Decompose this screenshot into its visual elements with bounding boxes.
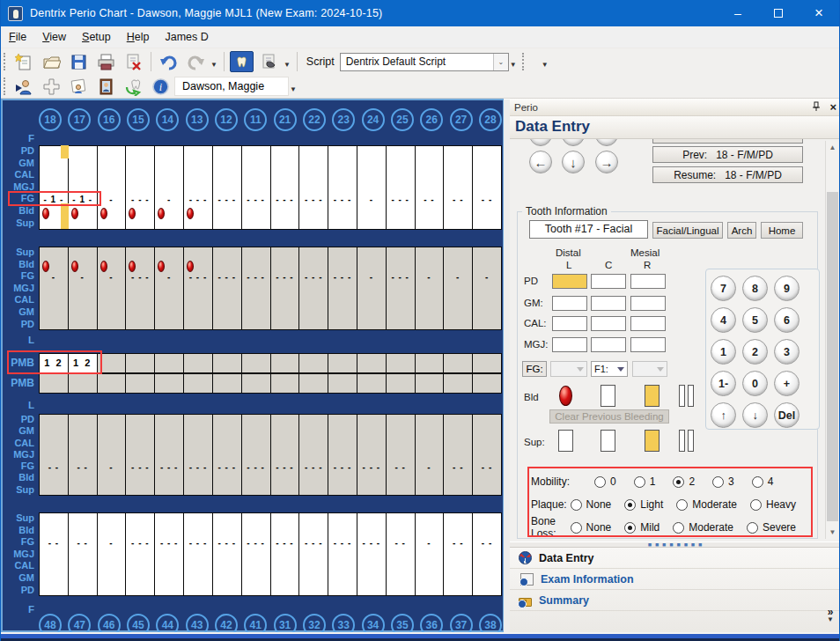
pmb-cell[interactable] (183, 373, 212, 394)
tooth-cell[interactable]: - - - (298, 247, 328, 330)
redo-button[interactable] (184, 51, 208, 72)
pmb-cell[interactable] (472, 373, 502, 394)
pmb-cell[interactable] (386, 373, 415, 394)
sup-mesial-slot[interactable] (645, 430, 659, 452)
pmb-cell[interactable] (212, 373, 241, 394)
tooth-cell[interactable]: - - (386, 414, 415, 496)
tooth-cell[interactable]: - - - (154, 414, 183, 496)
numpad-key[interactable]: ↑ (711, 402, 736, 428)
pmb-cell[interactable] (39, 373, 68, 394)
tooth-cell[interactable]: - - (39, 414, 68, 496)
radio-option[interactable]: Moderate (673, 521, 733, 534)
pmb-cell[interactable] (298, 353, 328, 373)
numpad-key[interactable]: 0 (742, 371, 768, 396)
tooth-number[interactable]: 23 (332, 108, 355, 131)
pmb-cell[interactable] (154, 373, 183, 394)
tooth-cell[interactable]: - - - (212, 512, 241, 596)
tooth-cell[interactable]: - (415, 247, 444, 330)
numpad-key[interactable]: 9 (774, 276, 799, 301)
prev-button[interactable]: Prev: 18 - F/M/PD (652, 146, 803, 163)
tooth-cell[interactable]: - - - (212, 145, 241, 230)
tooth-cell[interactable]: - - (443, 512, 472, 596)
tooth-cell[interactable]: - - - (183, 512, 212, 596)
tooth-cell[interactable]: - - - (270, 145, 299, 230)
tooth-cell[interactable]: - - (68, 414, 97, 496)
tooth-cell[interactable]: - - (415, 145, 444, 230)
numpad-key[interactable]: 4 (711, 307, 736, 333)
tooth-cell[interactable]: - - - (125, 512, 154, 596)
tooth-cell[interactable]: - - - (241, 512, 270, 596)
radio-icon[interactable] (676, 499, 688, 511)
tooth-cell[interactable]: - - - (125, 414, 154, 496)
process-exam-button[interactable] (122, 76, 145, 97)
pd-distal-input[interactable] (552, 274, 587, 289)
tooth-cell[interactable]: - (97, 414, 126, 496)
save-button[interactable] (67, 51, 91, 72)
pmb-cell[interactable] (298, 373, 328, 394)
pd-center-input[interactable] (591, 274, 626, 289)
tooth-number[interactable]: 26 (420, 108, 443, 131)
grid-lower-facial[interactable]: - -- --- - -- - -- - -- - -- - -- - -- -… (39, 512, 502, 596)
radio-option[interactable]: None (571, 498, 612, 511)
cal-distal-input[interactable] (552, 316, 587, 331)
tooth-cell[interactable]: - (357, 145, 386, 230)
horizontal-splitter[interactable]: ■ ■ ■ ■ ■ ■ ■ ■ (510, 542, 840, 548)
cal-mesial-input[interactable] (630, 316, 666, 331)
clipped-nav-button[interactable] (529, 139, 552, 146)
tooth-cell[interactable]: - - - (328, 512, 357, 596)
tooth-number[interactable]: 22 (303, 108, 326, 131)
tooth-cell[interactable]: - - - (154, 512, 183, 596)
mgj-center-input[interactable] (591, 337, 626, 352)
nav-down-button[interactable]: ↓ (562, 151, 585, 173)
clipped-nav-button[interactable] (595, 139, 618, 146)
numpad-key[interactable]: 1 (711, 339, 736, 365)
maximize-button[interactable] (758, 0, 799, 26)
tooth-cell[interactable]: - (39, 247, 68, 330)
tooth-cell[interactable]: - - (472, 512, 502, 596)
pmb-cell[interactable] (472, 353, 502, 373)
tooth-cell[interactable]: - - - (386, 247, 415, 330)
task-exam-information[interactable]: Exam Information (510, 569, 840, 590)
tooth-number[interactable]: 24 (362, 108, 385, 131)
gm-mesial-input[interactable] (630, 296, 666, 311)
pmb-cell[interactable] (241, 373, 270, 394)
pmb-cell[interactable] (328, 373, 357, 394)
tooth-number[interactable]: 13 (186, 108, 209, 131)
radio-option[interactable]: Heavy (750, 498, 796, 511)
tooth-cell[interactable]: - (415, 414, 444, 496)
pmb-cell[interactable] (386, 353, 415, 373)
tooth-cell[interactable]: - - (443, 145, 472, 230)
toolbar-overflow-arrow[interactable]: ▼ (542, 61, 549, 69)
facial-lingual-button[interactable]: Facial/Lingual (652, 222, 723, 239)
radio-icon[interactable] (673, 476, 684, 488)
vertical-splitter[interactable] (504, 99, 510, 632)
radio-icon[interactable] (673, 522, 684, 534)
fg-center-combo[interactable]: F1: (591, 361, 628, 377)
resume-button[interactable]: Resume: 18 - F/M/PD (652, 166, 803, 183)
pmb-cell[interactable]: 1 2 1 (68, 353, 97, 373)
numpad-key[interactable]: 7 (711, 276, 736, 301)
task-overflow-button[interactable]: » ▼ (827, 608, 834, 623)
tooth-number[interactable]: 28 (479, 108, 502, 131)
tooth-cell[interactable]: - - (39, 512, 68, 596)
tooth-cell[interactable]: - - - (125, 247, 154, 330)
new-exam-button[interactable] (12, 51, 36, 72)
tooth-cell[interactable]: - - - (386, 145, 415, 230)
menu-file[interactable]: File (1, 28, 34, 46)
pmb-row-lower[interactable] (39, 373, 502, 394)
radio-option[interactable]: 4 (752, 475, 774, 488)
tooth-cell[interactable]: - (97, 512, 126, 596)
toolbar-grip[interactable] (4, 77, 8, 95)
bld-double-slot[interactable] (679, 385, 694, 407)
patient-picture-button[interactable] (94, 76, 118, 97)
exam-selector-button[interactable] (257, 51, 281, 72)
tooth-cell[interactable]: - - - (183, 145, 212, 230)
tooth-number[interactable]: 15 (127, 108, 150, 131)
radio-icon[interactable] (624, 522, 636, 534)
pmb-cell[interactable] (212, 353, 241, 373)
tooth-cell[interactable]: - (154, 145, 183, 230)
pmb-cell[interactable] (97, 373, 126, 394)
toolbar-grip[interactable] (4, 53, 8, 70)
radio-option[interactable]: Severe (747, 521, 796, 534)
pd-mesial-input[interactable] (630, 274, 666, 289)
